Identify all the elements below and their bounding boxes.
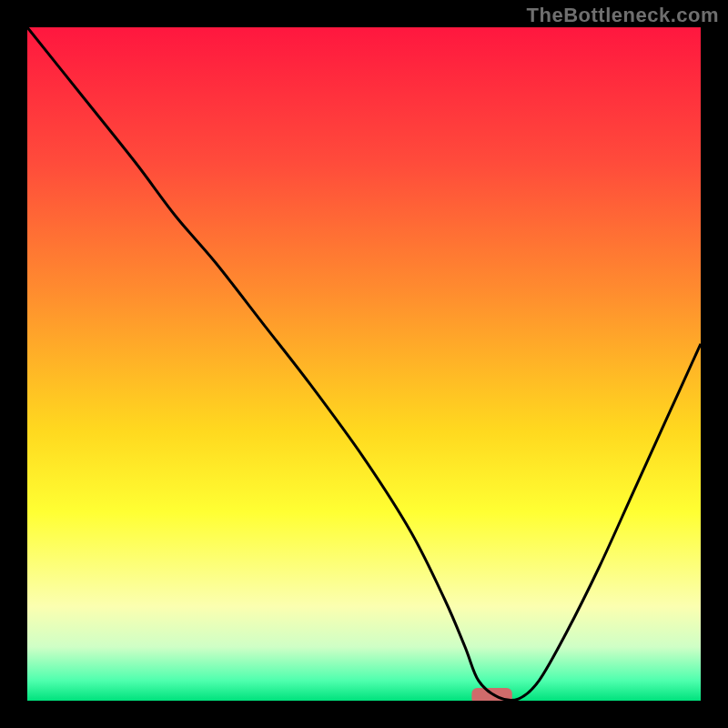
plot-area bbox=[27, 27, 701, 701]
chart-svg bbox=[27, 27, 701, 701]
gradient-background bbox=[27, 27, 701, 701]
watermark-text: TheBottleneck.com bbox=[527, 4, 719, 27]
chart-frame: TheBottleneck.com bbox=[0, 0, 728, 728]
